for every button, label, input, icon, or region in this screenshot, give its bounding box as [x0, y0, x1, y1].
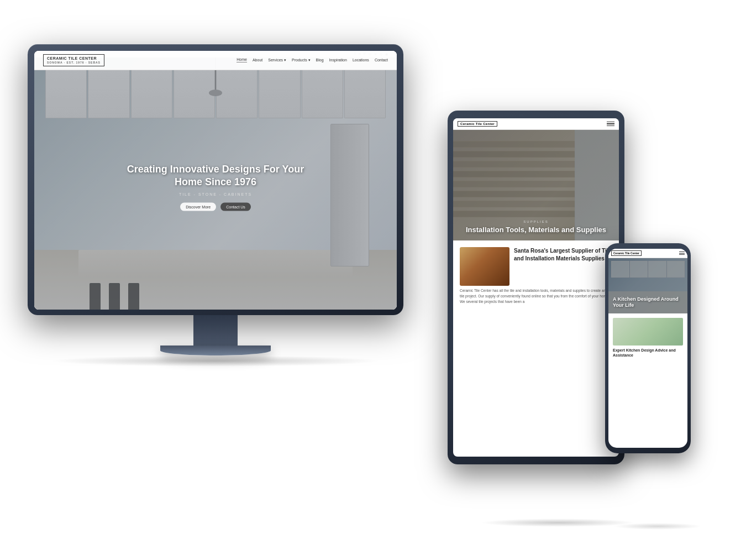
phone-content: Expert Kitchen Design Advice and Assista…	[608, 313, 687, 365]
phone-card-title-1: Expert Kitchen Design Advice and Assista…	[613, 348, 683, 358]
tablet-warehouse-image	[460, 247, 509, 286]
tablet-hero-title: Installation Tools, Materials and Suppli…	[459, 226, 613, 235]
phone-device: Ceramic Tile Center	[605, 243, 691, 453]
website-desktop: f in P ✉ ✕ ◎ ◉ Ceramic Tile Center SONOM…	[34, 51, 397, 310]
site-nav: Home About Services ▾ Products ▾ Blog In…	[237, 57, 388, 62]
phone-hamburger-line-3	[679, 254, 685, 255]
phone-frame: Ceramic Tile Center	[605, 243, 691, 453]
tablet-shadow	[481, 519, 635, 527]
phone-hero-text: A Kitchen Designed Around Your Life	[613, 296, 683, 309]
monitor-stand-base	[160, 346, 271, 355]
nav-home[interactable]: Home	[237, 57, 247, 62]
tablet-device: Ceramic Tile Center	[448, 111, 624, 464]
nav-blog[interactable]: Blog	[316, 58, 324, 62]
monitor-shadow	[50, 355, 381, 367]
nav-products[interactable]: Products ▾	[292, 58, 311, 62]
tablet-body-text: Ceramic Tile Center has all the tile and…	[460, 288, 612, 304]
supplies-label: SUPPLIES	[459, 220, 613, 223]
phone-hero-title: A Kitchen Designed Around Your Life	[613, 296, 683, 309]
tablet-logo: Ceramic Tile Center	[458, 121, 497, 127]
monitor-frame: f in P ✉ ✕ ◎ ◉ Ceramic Tile Center SONOM…	[28, 44, 403, 315]
tablet-hero: SUPPLIES Installation Tools, Materials a…	[453, 130, 619, 240]
nav-services[interactable]: Services ▾	[268, 58, 286, 62]
nav-about[interactable]: About	[253, 58, 262, 62]
phone-card-image-1	[613, 318, 683, 346]
tablet-screen: Ceramic Tile Center	[453, 118, 619, 457]
phone-hamburger-icon[interactable]	[679, 252, 685, 255]
phone-hamburger-line-1	[679, 252, 685, 252]
hero-text-block: Creating Innovative Designs For Your Hom…	[125, 163, 306, 211]
hamburger-line-1	[607, 122, 614, 123]
phone-hamburger-line-2	[679, 253, 685, 254]
monitor-bezel: f in P ✉ ✕ ◎ ◉ Ceramic Tile Center SONOM…	[34, 51, 397, 310]
hero-title: Creating Innovative Designs For Your Hom…	[125, 163, 306, 189]
tablet-hero-text: SUPPLIES Installation Tools, Materials a…	[459, 220, 613, 235]
tablet-content: Santa Rosa's Largest Supplier of Tile an…	[453, 240, 619, 311]
hamburger-line-3	[607, 125, 614, 127]
nav-inspiration[interactable]: Inspiration	[329, 58, 347, 62]
nav-locations[interactable]: Locations	[353, 58, 369, 62]
hamburger-line-2	[607, 123, 614, 124]
main-scene: f in P ✉ ✕ ◎ ◉ Ceramic Tile Center SONOM…	[0, 0, 746, 560]
phone-shadow	[613, 523, 702, 530]
hero-buttons: Discover More Contact Us	[125, 202, 306, 211]
desktop-monitor: f in P ✉ ✕ ◎ ◉ Ceramic Tile Center SONOM…	[28, 44, 403, 365]
site-logo[interactable]: Ceramic Tile Center SONOMA · EST. 1976 ·…	[43, 54, 104, 66]
phone-screen: Ceramic Tile Center	[608, 249, 687, 448]
hero-section: Creating Innovative Designs For Your Hom…	[34, 57, 397, 310]
phone-logo: Ceramic Tile Center	[611, 250, 642, 256]
phone-hero: A Kitchen Designed Around Your Life	[608, 258, 687, 313]
discover-more-button[interactable]: Discover More	[180, 202, 216, 211]
phone-header: Ceramic Tile Center	[608, 249, 687, 258]
tablet-header: Ceramic Tile Center	[453, 118, 619, 130]
contact-us-button[interactable]: Contact Us	[220, 202, 251, 211]
nav-contact[interactable]: Contact	[375, 58, 388, 62]
hero-subtitle: TILE - STONE - CABINETS	[125, 192, 306, 196]
tablet-frame: Ceramic Tile Center	[448, 111, 624, 464]
monitor-stand-neck	[193, 315, 238, 346]
logo-subtext: SONOMA · EST. 1976 · SEBAS	[47, 61, 101, 65]
hamburger-menu-icon[interactable]	[607, 122, 614, 127]
phone-card-1: Expert Kitchen Design Advice and Assista…	[613, 318, 683, 358]
site-header: Ceramic Tile Center SONOMA · EST. 1976 ·…	[34, 51, 397, 70]
logo-text: Ceramic Tile Center	[47, 56, 101, 61]
